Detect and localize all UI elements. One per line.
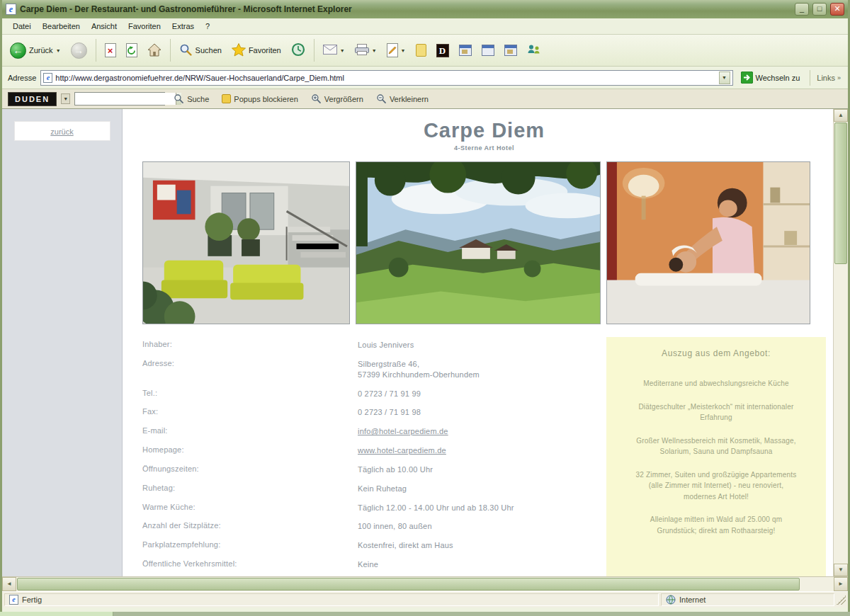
menu-hilfe[interactable]: ? xyxy=(200,20,215,33)
toolbar-separator xyxy=(170,39,171,62)
duden-search-box: ▼ xyxy=(74,92,165,105)
zoom-in-label: Vergrößern xyxy=(324,95,363,103)
address-input[interactable] xyxy=(55,74,715,82)
page-title: Carpe Diem xyxy=(142,119,826,142)
page-icon: e xyxy=(43,73,52,83)
links-label[interactable]: Links » xyxy=(817,74,842,82)
stop-button[interactable]: × xyxy=(101,41,120,59)
homepage-link[interactable]: www.hotel-carpediem.de xyxy=(358,446,446,455)
forward-button[interactable]: → xyxy=(67,40,91,61)
duden-toolbar-button[interactable]: D xyxy=(433,42,453,59)
print-button[interactable]: ▼ xyxy=(351,42,380,59)
back-button[interactable]: ← Zurück ▼ xyxy=(6,40,64,61)
row-value: Täglich ab 10.00 Uhr xyxy=(358,464,606,475)
sidebar-toggle-button[interactable] xyxy=(501,42,521,58)
duden-menu-dropdown-icon[interactable]: ▼ xyxy=(61,93,70,104)
menu-bar: Datei Bearbeiten Ansicht Favoriten Extra… xyxy=(2,18,848,35)
row-label: Adresse: xyxy=(142,359,358,380)
zoom-out-button[interactable]: Verkleinern xyxy=(372,92,433,105)
row-value: Täglich 12.00 - 14.00 Uhr und ab 18.30 U… xyxy=(358,503,606,513)
horizontal-scroll-thumb[interactable] xyxy=(17,578,800,591)
popup-blocker-button[interactable]: Popups blockieren xyxy=(217,93,302,105)
page-main: Carpe Diem 4-Sterne Art Hotel xyxy=(123,109,833,576)
address-line1: Silbergstraße 46, xyxy=(358,359,606,370)
fullscreen-button[interactable] xyxy=(478,42,498,58)
edit-dropdown-icon[interactable]: ▼ xyxy=(401,48,406,53)
row-value: 0 2723 / 71 91 98 xyxy=(358,407,606,418)
chevron-icon: » xyxy=(837,74,841,81)
history-button[interactable] xyxy=(288,40,309,60)
menu-datei[interactable]: Datei xyxy=(8,20,36,33)
standard-toolbar: ← Zurück ▼ → × Suchen xyxy=(2,35,848,67)
scroll-right-button[interactable]: ► xyxy=(834,577,848,591)
table-row: Warme Küche:Täglich 12.00 - 14.00 Uhr un… xyxy=(142,503,606,513)
taskbar-body-edge xyxy=(113,612,850,616)
back-dropdown-icon[interactable]: ▼ xyxy=(56,48,61,53)
menu-bearbeiten[interactable]: Bearbeiten xyxy=(38,20,85,33)
table-row: Tel.:0 2723 / 71 91 99 xyxy=(142,389,606,399)
search-button[interactable]: Suchen xyxy=(176,41,225,60)
vertical-scroll-thumb[interactable] xyxy=(834,122,847,264)
address-dropdown-icon[interactable]: ▼ xyxy=(719,72,730,84)
scroll-down-button[interactable]: ▼ xyxy=(834,564,848,576)
mail-dropdown-icon[interactable]: ▼ xyxy=(340,48,345,53)
photo-spa-treatment xyxy=(606,161,810,324)
row-label: Parkplatzempfehlung: xyxy=(142,540,358,551)
address-line2: 57399 Kirchhundem-Oberhundem xyxy=(358,370,606,380)
browser-viewport: zurück Carpe Diem 4-Sterne Art Hotel xyxy=(2,109,848,576)
favorites-label: Favoriten xyxy=(249,46,281,55)
discuss-note-icon xyxy=(416,44,426,57)
menu-extras[interactable]: Extras xyxy=(167,20,199,33)
email-link[interactable]: info@hotel-carpediem.de xyxy=(358,427,448,435)
info-section: Inhaber:Louis Jennivers Adresse:Silbergs… xyxy=(142,337,826,576)
table-row: Anzahl der Sitzplätze:100 innen, 80 auße… xyxy=(142,521,606,532)
row-label: Anzahl der Sitzplätze: xyxy=(142,521,358,532)
ie-logo-icon: e xyxy=(6,4,16,15)
print-dropdown-icon[interactable]: ▼ xyxy=(372,48,377,53)
status-left-pane: e Fertig xyxy=(4,593,659,606)
row-value: www.hotel-carpediem.de xyxy=(358,445,606,456)
resize-grip[interactable] xyxy=(837,595,846,605)
menu-favoriten[interactable]: Favoriten xyxy=(123,20,166,33)
home-button[interactable] xyxy=(144,41,165,60)
back-link[interactable]: zurück xyxy=(50,127,73,136)
maximize-button[interactable]: □ xyxy=(812,3,827,16)
toolbar-separator xyxy=(810,70,810,86)
row-value: Louis Jennivers xyxy=(358,340,606,350)
status-page-icon: e xyxy=(9,595,18,605)
messenger-button[interactable] xyxy=(523,41,544,59)
links-text: Links xyxy=(817,74,835,82)
scroll-left-button[interactable]: ◄ xyxy=(2,577,16,591)
duden-search-input[interactable] xyxy=(75,93,176,105)
duden-search-button[interactable]: Suche xyxy=(169,92,213,105)
row-label: Warme Küche: xyxy=(142,503,358,513)
popup-blocker-label: Popups blockieren xyxy=(234,95,298,103)
minimize-button[interactable]: _ xyxy=(795,3,809,16)
refresh-icon xyxy=(126,43,137,57)
table-row: Inhaber:Louis Jennivers xyxy=(142,340,606,350)
duden-logo[interactable]: DUDEN xyxy=(8,92,57,106)
stop-icon: × xyxy=(105,43,116,57)
print-icon xyxy=(355,44,369,57)
browser-window: e Carpe Diem - Der Restaurant- und Gastr… xyxy=(0,0,850,612)
close-button[interactable]: ✕ xyxy=(830,3,844,16)
research-button[interactable] xyxy=(455,42,475,58)
refresh-button[interactable] xyxy=(123,41,141,59)
table-row: Ruhetag:Kein Ruhetag xyxy=(142,484,606,494)
messenger-icon xyxy=(527,43,540,57)
toolbar-separator xyxy=(314,39,314,62)
home-icon xyxy=(147,43,162,58)
duden-search-label: Suche xyxy=(187,95,209,103)
row-label: Inhaber: xyxy=(142,340,358,350)
edit-button[interactable]: ▼ xyxy=(383,41,409,59)
menu-ansicht[interactable]: Ansicht xyxy=(86,20,122,33)
detail-table: Inhaber:Louis Jennivers Adresse:Silbergs… xyxy=(142,337,606,576)
discuss-button[interactable] xyxy=(412,42,430,59)
mail-button[interactable]: ▼ xyxy=(319,42,348,58)
favorites-button[interactable]: Favoriten xyxy=(228,41,285,60)
zoom-in-button[interactable]: Vergrößern xyxy=(307,92,368,105)
offer-item: 32 Zimmer, Suiten und großzügige Apparte… xyxy=(633,469,799,503)
go-button[interactable]: Wechseln zu xyxy=(737,70,804,85)
row-value: info@hotel-carpediem.de xyxy=(358,426,606,437)
scroll-up-button[interactable]: ▲ xyxy=(834,109,848,122)
